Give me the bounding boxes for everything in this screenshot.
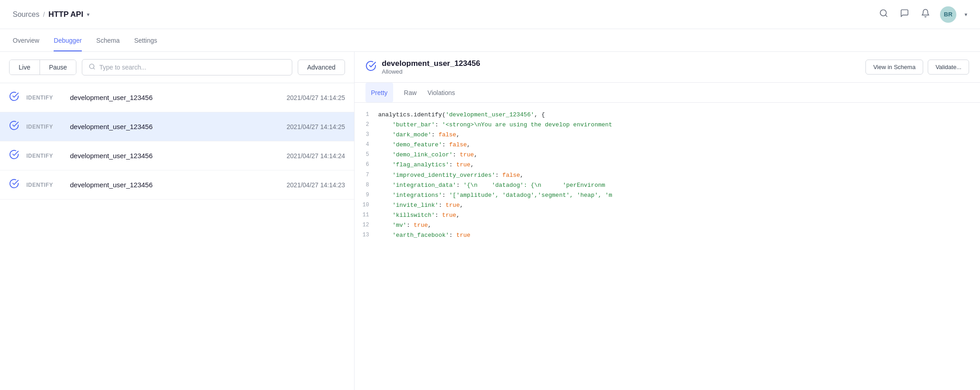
table-row[interactable]: IDENTIFY development_user_123456 2021/04… — [0, 141, 354, 170]
detail-title-section: development_user_123456 Allowed — [365, 59, 480, 75]
event-timestamp: 2021/04/27 14:14:25 — [287, 94, 345, 101]
tab-debugger[interactable]: Debugger — [54, 29, 82, 51]
code-line: 12 'mv': true, — [355, 220, 980, 230]
event-timestamp: 2021/04/27 14:14:24 — [287, 152, 345, 160]
search-icon — [89, 63, 95, 71]
event-name: development_user_123456 — [70, 94, 280, 101]
table-row[interactable]: IDENTIFY development_user_123456 2021/04… — [0, 83, 354, 112]
code-line: 11 'killswitch': true, — [355, 210, 980, 220]
search-box — [82, 59, 292, 75]
breadcrumb-current: HTTP API — [49, 10, 84, 19]
detail-header: development_user_123456 Allowed View in … — [355, 52, 980, 83]
event-type-label: IDENTIFY — [26, 95, 63, 101]
event-name: development_user_123456 — [70, 181, 280, 189]
check-circle-icon — [9, 91, 19, 104]
advanced-button[interactable]: Advanced — [298, 60, 345, 75]
search-input[interactable] — [99, 64, 285, 71]
search-icon[interactable] — [877, 7, 890, 22]
event-timestamp: 2021/04/27 14:14:25 — [287, 123, 345, 130]
live-pause-group: Live Pause — [9, 60, 76, 75]
tab-pretty[interactable]: Pretty — [365, 83, 393, 102]
code-block: 1 analytics.identify('development_user_1… — [355, 103, 980, 390]
svg-line-3 — [94, 68, 95, 69]
event-name: development_user_123456 — [70, 152, 280, 160]
code-line: 6 'flag_analytics': true, — [355, 160, 980, 170]
event-list: IDENTIFY development_user_123456 2021/04… — [0, 83, 354, 390]
view-in-schema-button[interactable]: View in Schema — [865, 60, 923, 75]
tab-overview[interactable]: Overview — [13, 29, 39, 51]
tab-settings[interactable]: Settings — [134, 29, 157, 51]
tab-schema[interactable]: Schema — [96, 29, 120, 51]
breadcrumb-parent[interactable]: Sources — [13, 10, 40, 19]
detail-status: Allowed — [382, 68, 480, 75]
top-header: Sources / HTTP API ▾ BR ▾ — [0, 0, 980, 29]
validate-button[interactable]: Validate... — [928, 60, 969, 75]
event-name: development_user_123456 — [70, 123, 280, 130]
pause-button[interactable]: Pause — [40, 60, 76, 75]
breadcrumb-separator: / — [43, 11, 45, 18]
code-line: 2 'butter_bar': '<strong>\nYou are using… — [355, 120, 980, 130]
code-line: 1 analytics.identify('development_user_1… — [355, 110, 980, 120]
code-line: 13 'earth_facebook': true — [355, 230, 980, 240]
code-line: 10 'invite_link': true, — [355, 200, 980, 210]
check-circle-icon — [9, 120, 19, 133]
breadcrumb: Sources / HTTP API ▾ — [13, 10, 90, 19]
event-type-label: IDENTIFY — [26, 153, 63, 159]
check-circle-icon — [9, 150, 19, 162]
code-line: 5 'demo_link_color': true, — [355, 150, 980, 160]
left-panel: Live Pause Advanced — [0, 52, 355, 390]
check-circle-icon — [9, 179, 19, 191]
code-line: 7 'improved_identity_overrides': false, — [355, 170, 980, 180]
event-type-label: IDENTIFY — [26, 182, 63, 188]
main-content: Live Pause Advanced — [0, 52, 980, 390]
tab-violations[interactable]: Violations — [428, 83, 455, 102]
check-circle-icon — [365, 60, 376, 74]
table-row[interactable]: IDENTIFY development_user_123456 2021/04… — [0, 170, 354, 200]
table-row[interactable]: IDENTIFY development_user_123456 2021/04… — [0, 112, 354, 141]
event-timestamp: 2021/04/27 14:14:23 — [287, 181, 345, 189]
avatar[interactable]: BR — [940, 6, 956, 23]
chat-icon[interactable] — [898, 7, 911, 22]
toolbar: Live Pause Advanced — [0, 52, 354, 83]
bell-icon[interactable] — [919, 7, 932, 22]
svg-line-1 — [885, 15, 887, 17]
detail-info: development_user_123456 Allowed — [382, 59, 480, 75]
chevron-down-icon[interactable]: ▾ — [87, 11, 90, 18]
live-button[interactable]: Live — [10, 60, 40, 75]
detail-actions: View in Schema Validate... — [865, 60, 969, 75]
code-line: 3 'dark_mode': false, — [355, 130, 980, 140]
code-line: 8 'integration_data': '{\n 'datadog': {\… — [355, 180, 980, 190]
code-line: 9 'integrations': '['amplitude', 'datado… — [355, 190, 980, 200]
detail-title: development_user_123456 — [382, 59, 480, 68]
tabs-bar: Overview Debugger Schema Settings — [0, 29, 980, 52]
detail-tabs: Pretty Raw Violations — [355, 83, 980, 103]
avatar-chevron-icon[interactable]: ▾ — [965, 11, 967, 18]
code-line: 4 'demo_feature': false, — [355, 140, 980, 150]
tab-raw[interactable]: Raw — [404, 83, 417, 102]
right-panel: development_user_123456 Allowed View in … — [355, 52, 980, 390]
header-actions: BR ▾ — [877, 6, 967, 23]
event-type-label: IDENTIFY — [26, 124, 63, 130]
